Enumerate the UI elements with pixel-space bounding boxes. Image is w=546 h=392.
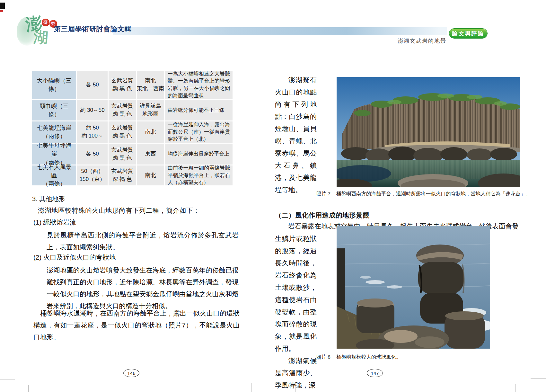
- photo-7-basalt-columns: [337, 77, 520, 187]
- sidebar1-paragraph: 澎湖疑有火山口的地點尚有下列地點：白沙島的煙墩山、員貝嶼、青螺、北寮赤嶼、馬公大…: [275, 74, 317, 196]
- penghu-research-logo: 澎 湖 研 究: [17, 15, 58, 48]
- header-gradient-bar: [113, 27, 447, 35]
- table-cell-description: 一為大小貓嶼相連之大岩脈體、一為海蝕平台上的彎形岩脈，另一在大小貓嶼之間的海面呈…: [165, 71, 233, 99]
- crop-mark: [251, 383, 251, 392]
- table-cell-material: 玄武岩質 黝 黑 色: [109, 144, 136, 165]
- registration-mark-red: [0, 10, 3, 12]
- item1-heading: (1) 繩狀熔岩流: [33, 218, 76, 227]
- photo-8-illustration: [337, 226, 490, 349]
- photo-8-caption: 照片 8 桶盤嶼規模較大的球狀風化。: [316, 353, 496, 361]
- section3-heading: 3. 其他地形: [32, 195, 65, 203]
- table-cell-width: 約 30～50: [77, 100, 108, 120]
- table-cell-description: 均從海崖伸出貫穿於平台上: [165, 144, 233, 165]
- table-cell-material: 玄武岩質 黝 黑 色: [109, 71, 136, 99]
- table-cell-direction: 南北 東北—西南: [137, 71, 164, 99]
- logo-char-hu: 湖: [33, 27, 49, 48]
- table-cell-description: 由前後一粗一細的兩條岩脈平躺於海蝕平台上，狀若石人（亦稱望夫石）: [165, 165, 233, 185]
- table-cell-width: 各 50: [77, 71, 108, 99]
- table-cell-width: 各 50: [77, 144, 108, 165]
- article-title: 澎湖玄武岩的地景: [340, 37, 446, 45]
- item1-body: 見於風櫃半島西北側的海蝕平台附近，熔岩流分佈於多孔玄武岩上，表面如繩索糾集狀。: [47, 229, 239, 253]
- item2-heading: (2) 火口及近似火口的穹狀地: [33, 253, 116, 262]
- registration-mark-black: [0, 3, 5, 9]
- photo-7-caption-text: 桶盤嶼西南方的海蝕平台，退潮時所露出一似火口的穹狀地，當地人稱它為「蓮花台」。: [336, 191, 531, 196]
- table-cell-direction: 南北: [137, 121, 164, 143]
- page-number-left: 146: [123, 369, 139, 377]
- document-spread: 澎 湖 研 究 第三屆學術研討會論文輯 澎湖玄武岩的地景 論文與評論 大小貓嶼（…: [0, 0, 546, 392]
- photo-8-caption-text: 桶盤嶼規模較大的球狀風化。: [336, 354, 401, 360]
- table-cell-description: 由岩礁分佈可能不止三條: [165, 100, 233, 120]
- section2-heading: （二）風化作用造成的地形景觀: [275, 211, 369, 220]
- photo-8-caption-label: 照片 8: [316, 354, 330, 360]
- item2-body: 澎湖地區的火山熔岩噴發大致發生在海底，經數百萬年的侵蝕已很難找到真正的火口地形，…: [47, 264, 239, 312]
- book-title: 第三屆學術研討會論文輯: [54, 24, 132, 33]
- table-cell-material: 玄武岩質 深 褐 色: [109, 165, 136, 185]
- sidebar2-paragraph-1: 生鱗片或粒狀的脫落，經過長久時間後，岩石終會化為土壤或散沙，這種使岩石由硬變軟，…: [275, 233, 317, 355]
- table-cell-material: 玄武岩質 黝 黑 色: [109, 121, 136, 143]
- logo-seal-yan: 研: [42, 19, 49, 26]
- table-cell-name: 頭巾嶼（三條）: [32, 100, 76, 120]
- table-cell-description: 一從海崖延伸入海，露出海面數公尺（南）一從海崖貫穿於平台上（北）: [165, 121, 233, 143]
- table-cell-name: 七美龍埕海崖 （兩條）: [32, 121, 76, 143]
- table-cell-direction: 東西: [137, 144, 164, 165]
- table-cell-width: 約 50 約 100～: [77, 121, 108, 143]
- crop-mark: [28, 385, 29, 392]
- table-cell-name: 七美石人風景區 （兩條）: [32, 165, 76, 185]
- table-cell-direction: 南北: [137, 165, 164, 185]
- photo-7-illustration: [337, 77, 520, 187]
- header-underline: [54, 36, 447, 36]
- crop-mark: [531, 378, 546, 379]
- photo-7-caption: 照片 7 桶盤嶼西南方的海蝕平台，退潮時所露出一似火口的穹狀地，當地人稱它為「蓮…: [316, 190, 538, 197]
- table-cell-width: 50（西） 150（東）: [77, 165, 108, 185]
- photo-7-caption-label: 照片 7: [316, 190, 330, 197]
- dike-geology-table: 大小貓嶼（三條） 各 50 玄武岩質 黝 黑 色 南北 東北—西南 一為大小貓嶼…: [32, 71, 233, 185]
- crop-mark: [0, 379, 15, 379]
- table-cell-name: 大小貓嶼（三條）: [32, 71, 76, 99]
- table-cell-material: 玄武岩質 黝 黑 色: [109, 100, 136, 120]
- page-number-right: 147: [367, 369, 383, 377]
- table-cell-direction: 詳見該島 地形圖: [137, 100, 164, 120]
- sidebar2-paragraph-2: 澎湖氣候是高溫雨少、季風特強，深: [275, 355, 317, 391]
- item2-body-paragraph2: 桶盤嶼海水退潮時，在西南方的海蝕平台上，露出一似火山口的環狀構造，有如一蓮花座，…: [33, 307, 240, 343]
- section3-intro: 澎湖地區較特殊的火山地形尚有下列二種，簡介如下：: [38, 206, 200, 215]
- crop-mark: [515, 384, 515, 392]
- photo-8-spheroidal-weathering: [337, 226, 490, 349]
- sidebar-text-column-1: 澎湖疑有火山口的地點尚有下列地點：白沙島的煙墩山、員貝嶼、青螺、北寮赤嶼、馬公大…: [275, 74, 317, 200]
- sidebar-text-column-2: 生鱗片或粒狀的脫落，經過長久時間後，岩石終會化為土壤或散沙，這種使岩石由硬變軟，…: [275, 233, 317, 392]
- table-cell-name: 七美牛母坪海崖 （兩條）: [32, 144, 76, 165]
- section-badge: 論文與評論: [449, 28, 488, 39]
